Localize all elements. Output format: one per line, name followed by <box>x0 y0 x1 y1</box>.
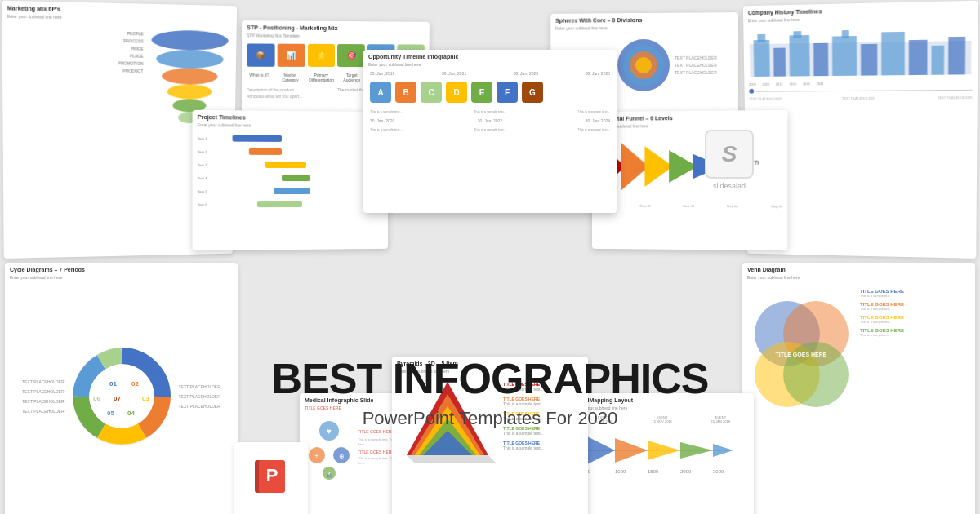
opp-desc-4: This is a sample text... <box>370 127 403 131</box>
svg-marker-11 <box>621 143 648 192</box>
cycle-label-3: TEXT PLACEHOLDER <box>22 399 64 404</box>
card-project-timelines[interactable]: Project Timelines Enter your subhead lin… <box>193 110 388 250</box>
svg-text:1500: 1500 <box>648 469 659 474</box>
opp-date-3: 30. Jan, 2023 <box>514 71 538 76</box>
svg-text:02: 02 <box>131 380 139 388</box>
svg-rect-21 <box>789 35 809 77</box>
svg-point-9 <box>635 57 652 73</box>
svg-text:🔬: 🔬 <box>326 471 333 478</box>
opp-desc-5: This is a sample text... <box>474 127 506 131</box>
bottom-center: BEST INFOGRAPHICS PowerPoint Templates F… <box>243 263 737 514</box>
slidesalad-logo: S slidesalad <box>680 111 778 209</box>
cycle-ring-svg: 01 02 03 04 05 06 07 <box>69 343 175 450</box>
svg-rect-28 <box>909 40 928 75</box>
card-venn-diagram[interactable]: Venn Diagram Enter your subhead line her… <box>742 263 975 514</box>
opp-date-2: 30. Jan, 2021 <box>442 71 466 76</box>
stp-cell-2: 📊 <box>277 44 305 67</box>
svg-marker-55 <box>407 455 497 463</box>
svg-rect-29 <box>932 46 945 75</box>
svg-marker-61 <box>680 442 713 459</box>
cycle-title: Cycle Diagrams – 7 Periods <box>5 263 238 275</box>
svg-rect-20 <box>773 48 786 77</box>
stp-cell-1: 📦 <box>247 44 274 67</box>
opp-desc-3: This is a sample text... <box>577 109 610 113</box>
card-roadmapping[interactable]: RoadMapping Layout Enter your subhead li… <box>570 393 754 514</box>
cycle-subtitle: Enter your subhead line here <box>5 275 238 282</box>
main-container: Marketing Mix 6P's Enter your subhead li… <box>0 0 980 514</box>
opp-desc-6: This is a sample text... <box>577 127 610 131</box>
opp-letter-e: E <box>471 82 492 103</box>
opportunity-subtitle: Enter your subhead line here <box>363 62 617 69</box>
svg-text:+: + <box>314 452 318 460</box>
opp-date-1: 30. Jan, 2019 <box>370 71 394 76</box>
svg-marker-60 <box>648 441 680 460</box>
opp-date-4: 30. Jan, 2025 <box>586 71 610 76</box>
pyramid-title: Pyramids - 3D – 5 Item <box>392 357 588 369</box>
svg-rect-19 <box>757 34 765 42</box>
card-cycle-diagrams[interactable]: Cycle Diagrams – 7 Periods Enter your su… <box>5 263 238 514</box>
cycle-label-6: TEXT PLACEHOLDER <box>179 394 220 399</box>
svg-text:TITLE GOES HERE: TITLE GOES HERE <box>775 352 826 357</box>
opp-letter-c: C <box>421 82 442 103</box>
roadmap-title: RoadMapping Layout <box>570 393 754 405</box>
stp-title: STP - Positioning - Marketing Mix <box>242 20 430 34</box>
svg-text:⊕: ⊕ <box>339 453 345 460</box>
svg-text:07: 07 <box>114 395 121 402</box>
slidesalad-name: slidesalad <box>713 182 746 190</box>
roadmap-svg: 500 1000 1500 2000 3000 <box>574 426 737 475</box>
cycle-label-5: TEXT PLACEHOLDER <box>179 384 220 389</box>
cycle-label-2: TEXT PLACEHOLDER <box>22 389 64 394</box>
cycle-label-4: TEXT PLACEHOLDER <box>22 409 64 414</box>
pyramid-subtitle: Enter your subhead line here <box>392 369 588 376</box>
svg-rect-30 <box>948 37 965 75</box>
card-pyramids[interactable]: Pyramids - 3D – 5 Item Enter your subhea… <box>392 357 588 514</box>
opp-letter-a: A <box>370 82 391 103</box>
opp-letter-f: F <box>497 82 518 103</box>
svg-point-3 <box>167 85 212 100</box>
card-ppt-icon[interactable]: P <box>234 442 308 514</box>
card-opportunity-timeline[interactable]: Opportunity Timeline Infographic Enter y… <box>363 50 617 213</box>
svg-rect-27 <box>881 32 905 76</box>
svg-text:1000: 1000 <box>615 469 626 474</box>
medical-icons-svg: ♥ + ⊕ 🔬 <box>305 414 354 480</box>
svg-marker-62 <box>713 444 733 457</box>
opp-desc-1: This is a sample text... <box>370 109 403 113</box>
svg-text:♥: ♥ <box>327 427 332 436</box>
svg-marker-12 <box>644 146 673 187</box>
venn-svg: TITLE GOES HERE <box>746 285 857 432</box>
svg-text:01: 01 <box>109 380 117 388</box>
cycle-label-1: TEXT PLACEHOLDER <box>22 379 64 384</box>
cycle-label-7: TEXT PLACEHOLDER <box>179 404 220 409</box>
card-center-top: STP - Positioning - Marketing Mix STP Ma… <box>243 5 737 258</box>
svg-rect-18 <box>754 40 770 77</box>
venn-title: Venn Diagram <box>742 263 975 275</box>
svg-text:04: 04 <box>127 410 135 417</box>
svg-rect-26 <box>861 44 877 76</box>
svg-point-0 <box>151 30 229 51</box>
stp-cell-3: ⭐ <box>308 44 336 67</box>
stp-cell-4: 🎯 <box>337 44 365 67</box>
svg-text:2000: 2000 <box>680 469 692 474</box>
spheres-title: Spheres With Core – 8 Divisions <box>550 12 738 26</box>
powerpoint-icon-svg: P <box>251 459 292 499</box>
opp-date-7: 30. Jan, 2024 <box>586 118 610 123</box>
opportunity-title: Opportunity Timeline Infographic <box>363 50 617 62</box>
svg-text:P: P <box>266 465 278 485</box>
opp-date-5: 30. Jan, 2020 <box>370 118 394 123</box>
opp-letter-b: B <box>395 82 416 103</box>
pyramid-3d-svg <box>399 378 497 484</box>
svg-rect-22 <box>793 31 801 38</box>
svg-rect-23 <box>813 43 828 77</box>
svg-point-2 <box>162 69 218 86</box>
opp-desc-2: This is a sample text... <box>474 109 506 113</box>
slidesalad-letter: S <box>722 141 737 167</box>
svg-marker-59 <box>615 438 648 463</box>
svg-text:06: 06 <box>93 395 100 402</box>
opp-date-6: 30. Jan, 2022 <box>478 118 502 123</box>
opp-letter-g: G <box>522 82 543 103</box>
svg-text:03: 03 <box>142 395 149 402</box>
svg-text:3000: 3000 <box>713 469 724 474</box>
opp-letters-row: A B C D E F G <box>363 78 617 107</box>
city-skyline-svg <box>748 24 973 77</box>
svg-rect-24 <box>832 36 857 76</box>
